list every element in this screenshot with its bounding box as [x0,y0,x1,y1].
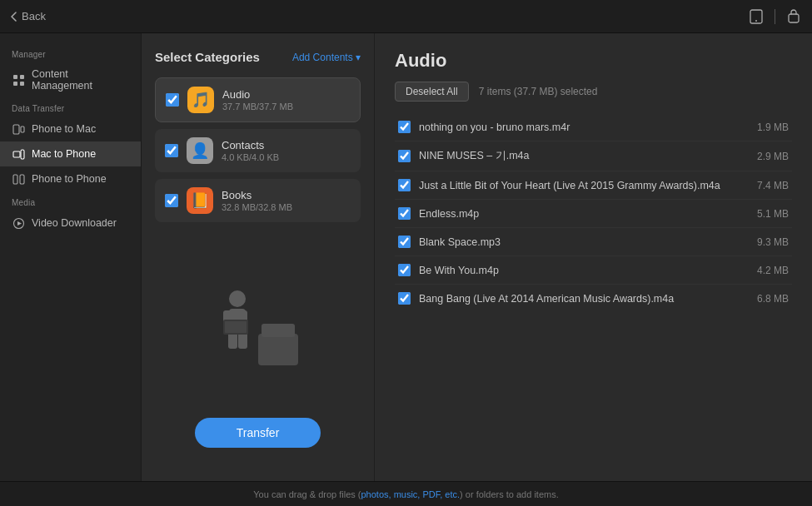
file-checkbox-1[interactable] [398,150,411,162]
category-row-audio[interactable]: 🎵 Audio 37.7 MB/37.7 MB [155,77,361,122]
illustration-area [155,229,361,418]
svg-rect-8 [21,126,24,132]
file-row[interactable]: Be With You.m4p4.2 MB [395,256,792,285]
books-category-icon: 📙 [187,187,213,214]
audio-category-icon: 🎵 [187,87,214,113]
content-management-label: Content Management [32,68,129,92]
svg-rect-7 [13,125,19,134]
file-list: nothing on you - bruno mars.m4r1.9 MBNIN… [395,113,792,464]
contacts-category-size: 4.0 KB/4.0 KB [222,152,351,162]
content-area: Select Categories Add Contents ▾ 🎵 Audio… [142,33,812,481]
books-category-name: Books [222,189,351,201]
category-row-books[interactable]: 📙 Books 32.8 MB/32.8 MB [155,179,361,222]
top-bar-actions [748,8,802,25]
mac-to-phone-icon [12,147,25,161]
panels: Select Categories Add Contents ▾ 🎵 Audio… [142,33,812,481]
file-name: Bang Bang (Live At 2014 American Music A… [419,293,730,305]
transfer-illustration [192,274,325,374]
svg-rect-24 [225,321,247,333]
file-row[interactable]: nothing on you - bruno mars.m4r1.9 MB [395,113,792,141]
data-transfer-section-label: Data Transfer [0,97,141,117]
file-checkbox-3[interactable] [398,207,411,220]
content-management-icon [12,73,25,87]
sidebar: Manager Content Management Data Transfer [0,33,142,481]
device-icon[interactable] [748,8,765,25]
categories-title: Select Categories [155,50,260,64]
manager-section-label: Manager [0,43,141,62]
audio-toolbar: Deselect All 7 items (37.7 MB) selected [395,82,792,102]
file-checkbox-5[interactable] [398,264,411,276]
phone-to-mac-icon [12,122,25,136]
file-name: Endless.m4p [419,208,730,220]
file-row[interactable]: Blank Space.mp39.3 MB [395,228,792,256]
file-checkbox-0[interactable] [398,121,411,133]
category-checkbox-contacts[interactable] [165,144,178,157]
file-checkbox-2[interactable] [398,179,411,191]
sidebar-item-video-downloader[interactable]: Video Downloader [0,211,141,236]
audio-category-size: 37.7 MB/37.7 MB [222,102,350,112]
file-row[interactable]: Just a Little Bit of Your Heart (Live At… [395,171,792,200]
video-downloader-icon [12,216,25,230]
main-layout: Manager Content Management Data Transfer [0,33,812,481]
deselect-all-button[interactable]: Deselect All [395,82,469,102]
books-category-size: 32.8 MB/32.8 MB [222,202,351,212]
audio-category-name: Audio [222,88,350,101]
file-size: 7.4 MB [739,180,789,191]
svg-rect-5 [13,82,17,86]
file-name: NINE MUSES – 기.m4a [419,149,730,163]
bottom-bar-text-after: ) or folders to add items. [460,489,559,499]
svg-rect-3 [13,75,17,79]
svg-point-15 [229,290,246,307]
audio-title: Audio [395,50,792,72]
file-name: Be With You.m4p [419,265,730,276]
add-contents-button[interactable]: Add Contents ▾ [292,52,361,63]
categories-panel: Select Categories Add Contents ▾ 🎵 Audio… [142,33,375,481]
sidebar-item-phone-to-mac[interactable]: Phone to Mac [0,117,141,141]
file-name: nothing on you - bruno mars.m4r [419,122,730,133]
audio-panel: Audio Deselect All 7 items (37.7 MB) sel… [375,33,812,481]
category-row-contacts[interactable]: 👤 Contacts 4.0 KB/4.0 KB [155,129,361,172]
back-label: Back [22,10,46,22]
topbar-divider [775,9,775,24]
file-size: 5.1 MB [739,208,789,220]
file-size: 2.9 MB [739,151,789,162]
bottom-bar-text-before: You can drag & drop files ( [253,489,361,499]
phone-to-mac-label: Phone to Mac [32,123,96,135]
svg-rect-21 [258,334,298,365]
contacts-category-icon: 👤 [187,137,213,164]
file-size: 9.3 MB [739,236,789,248]
svg-rect-9 [13,151,20,157]
file-row[interactable]: Endless.m4p5.1 MB [395,200,792,228]
sidebar-item-content-management[interactable]: Content Management [0,62,141,97]
svg-rect-4 [20,75,24,79]
sidebar-item-mac-to-phone[interactable]: Mac to Phone [0,141,141,166]
contacts-category-name: Contacts [222,139,351,151]
file-row[interactable]: Bang Bang (Live At 2014 American Music A… [395,285,792,312]
svg-rect-2 [789,14,799,22]
svg-rect-10 [21,150,24,159]
file-checkbox-4[interactable] [398,236,411,248]
back-button[interactable]: Back [10,10,46,22]
file-size: 6.8 MB [739,293,789,305]
media-section-label: Media [0,191,141,211]
file-name: Blank Space.mp3 [419,236,730,248]
svg-rect-12 [20,175,24,184]
sidebar-item-phone-to-phone[interactable]: Phone to Phone [0,166,141,191]
video-downloader-label: Video Downloader [32,217,117,229]
category-checkbox-audio[interactable] [166,93,179,107]
bottom-bar: You can drag & drop files (photos, music… [0,481,812,506]
svg-point-1 [755,20,757,22]
file-row[interactable]: NINE MUSES – 기.m4a2.9 MB [395,141,792,171]
mac-to-phone-label: Mac to Phone [32,148,96,160]
bottom-bar-link[interactable]: photos, music, PDF, etc. [361,489,461,499]
categories-header: Select Categories Add Contents ▾ [155,50,361,64]
svg-marker-14 [17,221,22,226]
file-checkbox-6[interactable] [398,292,411,305]
bag-icon[interactable] [785,8,802,25]
file-size: 1.9 MB [739,122,789,133]
svg-rect-11 [13,175,17,184]
selection-info: 7 items (37.7 MB) selected [479,86,598,97]
transfer-button[interactable]: Transfer [195,418,321,448]
category-checkbox-books[interactable] [165,194,178,207]
phone-to-phone-icon [12,172,25,186]
